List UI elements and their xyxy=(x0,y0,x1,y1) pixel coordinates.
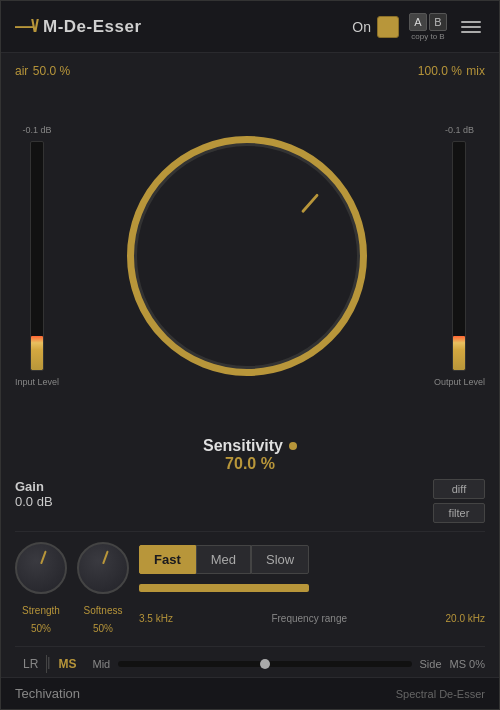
sensitivity-value: 70.0 % xyxy=(225,455,275,473)
softness-knob-group xyxy=(77,542,129,594)
diff-button[interactable]: diff xyxy=(433,479,485,499)
output-db-label: -0.1 dB xyxy=(445,125,474,135)
menu-bar-2 xyxy=(461,26,481,28)
air-param: air 50.0 % xyxy=(15,61,70,79)
ms-button[interactable]: MS xyxy=(50,655,84,673)
knob-labels-row: Strength 50% Softness 50% 3.5 kHz Freque… xyxy=(15,598,485,640)
softness-knob[interactable] xyxy=(77,542,129,594)
menu-bar-3 xyxy=(461,31,481,33)
menu-bar-1 xyxy=(461,21,481,23)
output-vu-wrap: -0.1 dB Output Level xyxy=(434,125,485,387)
bottom-controls: Fast Med Slow Strength 50% xyxy=(15,531,485,646)
output-vu-meter xyxy=(452,141,466,371)
input-vu-fill xyxy=(31,336,43,370)
freq-high: 20.0 kHz xyxy=(446,613,485,624)
product-label: Spectral De-Esser xyxy=(396,688,485,700)
gain-value: 0.0 dB xyxy=(15,494,53,509)
footer: Techivation Spectral De-Esser xyxy=(1,677,499,709)
main-area: air 50.0 % 100.0 % mix -0.1 dB Input Lev… xyxy=(1,53,499,677)
lrms-thumb xyxy=(260,659,270,669)
freq-range-label: Frequency range xyxy=(271,613,347,624)
freq-low: 3.5 kHz xyxy=(139,613,173,624)
mid-label: Mid xyxy=(92,658,110,670)
ms-value: MS 0% xyxy=(450,658,485,670)
logo-icon: —\/ xyxy=(15,16,37,37)
copy-to-b-label: copy to B xyxy=(411,32,444,41)
lr-button[interactable]: LR xyxy=(15,655,47,673)
mix-value: 100.0 % xyxy=(418,64,462,78)
knob-area: -0.1 dB Input Level -0.1 dB xyxy=(15,81,485,431)
lrms-slider[interactable] xyxy=(118,661,411,667)
header: —\/ M-De-Esser On A B copy to B xyxy=(1,1,499,53)
speed-freq-group: Fast Med Slow xyxy=(139,545,309,592)
sensitivity-area: Sensitivity 70.0 % xyxy=(15,431,485,477)
side-label: Side xyxy=(420,658,442,670)
output-level-label: Output Level xyxy=(434,377,485,387)
header-logo: —\/ M-De-Esser xyxy=(15,16,352,37)
on-toggle[interactable]: On xyxy=(352,16,399,38)
ab-group: A B copy to B xyxy=(409,13,447,41)
air-value: 50.0 % xyxy=(33,64,70,78)
input-level-label: Input Level xyxy=(15,377,59,387)
lrms-group: LR | MS xyxy=(15,655,84,673)
brand-label: Techivation xyxy=(15,686,80,701)
fast-button[interactable]: Fast xyxy=(139,545,196,574)
on-led[interactable] xyxy=(377,16,399,38)
input-db-label: -0.1 dB xyxy=(23,125,52,135)
svg-line-0 xyxy=(303,195,317,211)
output-vu-fill xyxy=(453,336,465,370)
plugin-name: M-De-Esser xyxy=(43,17,142,37)
sensitivity-text: Sensitivity xyxy=(203,437,283,455)
sensitivity-dot xyxy=(289,442,297,450)
sensitivity-knob[interactable] xyxy=(127,136,367,376)
slow-button[interactable]: Slow xyxy=(251,545,309,574)
main-knob-container xyxy=(59,136,434,376)
air-label: air xyxy=(15,64,28,78)
a-button[interactable]: A xyxy=(409,13,427,31)
freq-labels: 3.5 kHz Frequency range 20.0 kHz xyxy=(139,613,485,624)
lrms-row: LR | MS Mid Side MS 0% xyxy=(15,646,485,677)
header-controls: On A B copy to B xyxy=(352,13,485,41)
med-button[interactable]: Med xyxy=(196,545,251,574)
knob-arc-svg xyxy=(135,144,359,368)
input-vu-meter xyxy=(30,141,44,371)
plugin-wrapper: —\/ M-De-Esser On A B copy to B xyxy=(0,0,500,710)
top-params: air 50.0 % 100.0 % mix xyxy=(15,53,485,81)
softness-label: Softness 50% xyxy=(84,605,123,634)
gain-section: Gain 0.0 dB xyxy=(15,479,53,509)
input-vu-wrap: -0.1 dB Input Level xyxy=(15,125,59,387)
mix-label: mix xyxy=(466,64,485,78)
strength-knob[interactable] xyxy=(15,542,67,594)
freq-range-bar[interactable] xyxy=(139,584,309,592)
mix-param: 100.0 % mix xyxy=(418,61,485,79)
knobs-row: Fast Med Slow xyxy=(15,538,485,598)
strength-knob-group xyxy=(15,542,67,594)
menu-button[interactable] xyxy=(457,17,485,37)
gain-row: Gain 0.0 dB diff filter xyxy=(15,477,485,531)
sensitivity-label-group: Sensitivity xyxy=(203,437,297,455)
softness-label-group: Softness 50% xyxy=(77,600,129,636)
diff-filter-group: diff filter xyxy=(433,479,485,523)
freq-range-fill xyxy=(139,584,309,592)
filter-button[interactable]: filter xyxy=(433,503,485,523)
strength-label-group: Strength 50% xyxy=(15,600,67,636)
strength-label: Strength 50% xyxy=(22,605,60,634)
b-button[interactable]: B xyxy=(429,13,447,31)
gain-label: Gain xyxy=(15,479,53,494)
on-label: On xyxy=(352,19,371,35)
speed-buttons: Fast Med Slow xyxy=(139,545,309,574)
ab-buttons: A B xyxy=(409,13,447,31)
